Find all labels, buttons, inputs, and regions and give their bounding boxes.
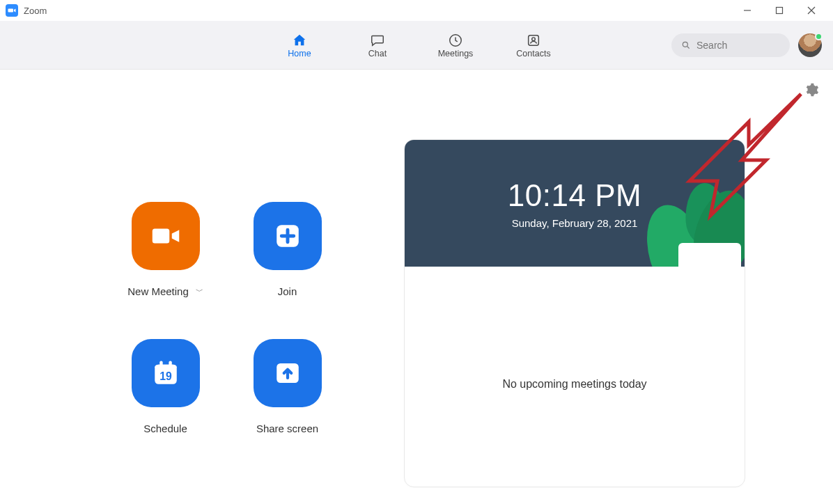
settings-button[interactable]	[804, 82, 819, 97]
calendar-icon: 19	[151, 359, 180, 388]
svg-rect-12	[159, 361, 162, 368]
main-nav: Home Chat Meetings Contacts	[274, 32, 559, 58]
search-icon	[681, 40, 691, 50]
new-meeting-options-chevron[interactable]: ﹀	[196, 286, 203, 297]
nav-home-label: Home	[288, 49, 311, 58]
window-title: Zoom	[24, 6, 47, 16]
action-schedule: 19 Schedule	[104, 339, 226, 434]
schedule-button[interactable]: 19	[132, 339, 200, 407]
gear-icon	[804, 82, 819, 97]
share-screen-button[interactable]	[254, 339, 322, 407]
search-placeholder: Search	[696, 40, 727, 51]
search-input[interactable]: Search	[671, 33, 790, 57]
nav-meetings-label: Meetings	[438, 49, 474, 58]
svg-rect-11	[155, 365, 177, 370]
top-toolbar: Home Chat Meetings Contacts Search	[0, 21, 833, 70]
share-screen-label: Share screen	[256, 423, 318, 434]
titlebar: Zoom	[0, 0, 833, 21]
new-meeting-button[interactable]	[132, 202, 200, 270]
action-new-meeting: New Meeting ﹀	[104, 202, 226, 297]
video-icon	[151, 221, 180, 251]
zoom-app-icon	[6, 4, 18, 17]
join-button[interactable]	[254, 202, 322, 270]
action-share-screen: Share screen	[226, 339, 348, 434]
svg-rect-1	[777, 8, 783, 14]
clock-icon	[448, 32, 463, 49]
presence-indicator	[815, 33, 823, 40]
nav-home[interactable]: Home	[274, 32, 325, 58]
new-meeting-label: New Meeting	[127, 285, 189, 297]
window-minimize-button[interactable]	[731, 0, 763, 21]
nav-chat[interactable]: Chat	[352, 32, 403, 58]
home-actions: New Meeting ﹀ Join 19 Schedule	[104, 202, 348, 434]
window-maximize-button[interactable]	[763, 0, 795, 21]
svg-rect-13	[169, 361, 171, 368]
chat-icon	[370, 32, 385, 49]
action-join: Join	[226, 202, 348, 297]
clock-time: 10:14 PM	[508, 178, 641, 213]
no-meetings-message: No upcoming meetings today	[405, 378, 745, 391]
nav-chat-label: Chat	[368, 49, 387, 58]
home-icon	[292, 32, 307, 49]
clock-hero: 10:14 PM Sunday, February 28, 2021	[405, 140, 745, 267]
nav-contacts[interactable]: Contacts	[508, 32, 559, 58]
clock-date: Sunday, February 28, 2021	[512, 217, 638, 229]
today-card: 10:14 PM Sunday, February 28, 2021 No up…	[404, 139, 745, 487]
window-close-button[interactable]	[795, 0, 827, 21]
svg-point-6	[532, 37, 536, 40]
share-screen-icon	[273, 359, 302, 388]
contacts-icon	[526, 32, 541, 49]
svg-text:19: 19	[159, 370, 172, 382]
join-label: Join	[278, 285, 297, 297]
svg-line-8	[687, 46, 690, 48]
nav-meetings[interactable]: Meetings	[430, 32, 481, 58]
schedule-label: Schedule	[143, 423, 187, 434]
plant-pot-decoration	[678, 243, 741, 267]
nav-contacts-label: Contacts	[516, 49, 550, 58]
svg-point-7	[683, 42, 687, 47]
profile-avatar[interactable]	[798, 33, 822, 57]
plus-icon	[273, 221, 302, 251]
